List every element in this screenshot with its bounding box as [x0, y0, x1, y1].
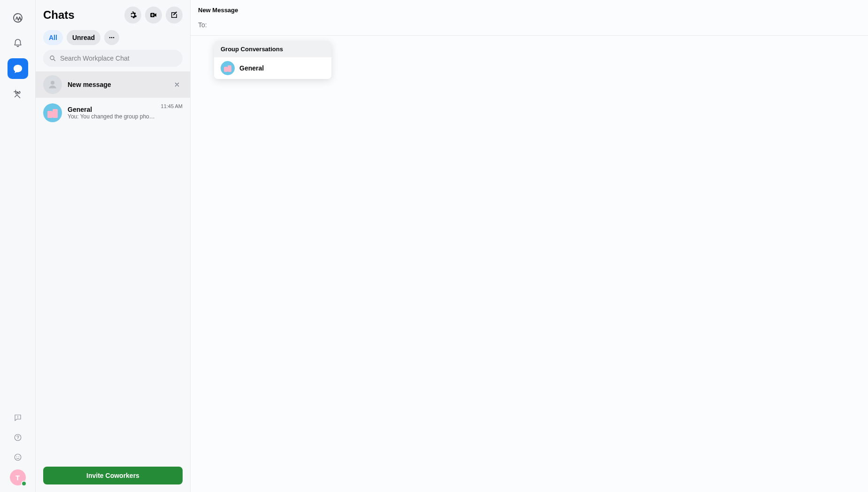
group-avatar-icon: [221, 61, 235, 75]
invite-wrap: Invite Coworkers: [36, 461, 190, 492]
group-avatar-icon: [43, 103, 62, 122]
nav-top: [8, 8, 28, 104]
filter-more-button[interactable]: [104, 30, 119, 45]
compose-icon: [170, 11, 178, 19]
chat-list-header: Chats: [36, 0, 190, 27]
search-icon: [49, 55, 56, 62]
svg-point-5: [109, 37, 111, 39]
close-new-message-button[interactable]: [171, 79, 183, 90]
feedback-icon[interactable]: [10, 410, 25, 425]
invite-coworkers-button[interactable]: Invite Coworkers: [43, 467, 183, 484]
chat-snippet: You: You changed the group photo.: [68, 113, 155, 120]
main-panel: New Message To: Group Conversations Gene…: [191, 0, 868, 492]
chat-list-panel: Chats All Unread: [36, 0, 191, 492]
search-box[interactable]: [43, 50, 183, 67]
chat-row-new-message[interactable]: New message: [36, 71, 190, 98]
chats-icon[interactable]: [8, 58, 28, 79]
app-root: T Chats All Unread: [0, 0, 868, 492]
close-icon: [174, 82, 180, 87]
search-input[interactable]: [60, 55, 177, 62]
filter-unread[interactable]: Unread: [67, 30, 100, 45]
chat-meta: New message: [68, 81, 166, 88]
svg-point-6: [111, 37, 113, 39]
to-label: To:: [198, 21, 207, 29]
search-wrap: [36, 50, 190, 71]
dropdown-header: Group Conversations: [214, 41, 331, 57]
video-plus-icon: [149, 11, 158, 19]
to-row: To: Group Conversations General: [191, 17, 868, 36]
svg-point-8: [50, 56, 54, 60]
svg-point-9: [51, 81, 54, 85]
avatar-initial: T: [15, 474, 20, 482]
dropdown-item-name: General: [239, 64, 264, 72]
nav-bottom: T: [10, 410, 26, 485]
dropdown-item-general[interactable]: General: [214, 57, 331, 79]
svg-point-3: [18, 456, 19, 457]
more-dots-icon: [108, 34, 115, 41]
recipient-dropdown: Group Conversations General: [214, 41, 331, 79]
chats-title: Chats: [43, 8, 121, 22]
chat-name: General: [68, 106, 155, 113]
settings-button[interactable]: [124, 7, 141, 23]
new-message-title: New Message: [191, 0, 868, 17]
chat-time: 11:45 AM: [161, 103, 183, 109]
compose-button[interactable]: [166, 7, 183, 23]
nav-rail: T: [0, 0, 36, 492]
user-avatar[interactable]: T: [10, 469, 26, 485]
workplace-logo-icon[interactable]: [8, 8, 28, 28]
gear-icon: [129, 11, 137, 19]
recipient-input[interactable]: [211, 21, 860, 29]
help-icon[interactable]: [10, 430, 25, 445]
new-video-button[interactable]: [145, 7, 162, 23]
tools-icon[interactable]: [8, 84, 28, 104]
chat-meta: General You: You changed the group photo…: [68, 106, 155, 120]
avatar-placeholder-icon: [43, 75, 62, 94]
chat-items: New message General You: You changed the…: [36, 71, 190, 461]
filter-all[interactable]: All: [43, 30, 63, 45]
chat-row-general[interactable]: General You: You changed the group photo…: [36, 98, 190, 128]
new-message-label: New message: [68, 81, 166, 88]
notifications-icon[interactable]: [8, 33, 28, 54]
svg-point-2: [16, 456, 17, 457]
filter-row: All Unread: [36, 27, 190, 50]
presence-dot: [21, 481, 27, 486]
emoji-icon[interactable]: [10, 450, 25, 465]
svg-point-1: [15, 454, 21, 461]
svg-point-7: [113, 37, 115, 39]
